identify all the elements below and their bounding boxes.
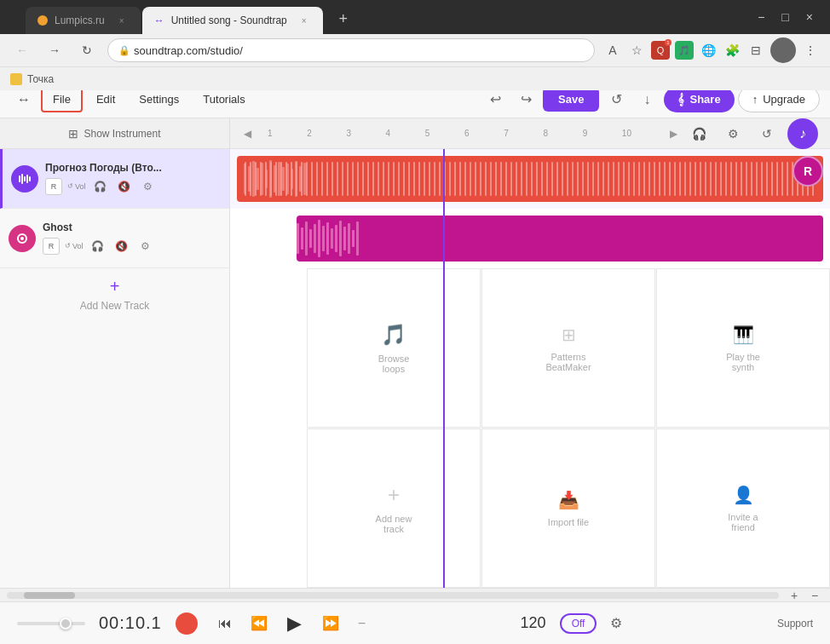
scroll-right-arrow[interactable]: ▶ [665,125,682,142]
svg-rect-36 [348,223,350,254]
track-mute-1[interactable]: 🔇 [115,177,134,196]
play-synth-button[interactable]: 🎹 Play thesynth [656,268,830,428]
track-r-btn-1[interactable]: R [45,178,62,195]
import-file-button[interactable]: 📥 Import file [481,428,655,588]
svg-rect-20 [291,169,293,189]
loop-timeline-button[interactable]: ↺ [753,120,781,147]
menu-edit[interactable]: Edit [86,88,125,111]
refresh-button[interactable]: ↻ [75,38,99,62]
track-headphones-2[interactable]: 🎧 [89,237,107,256]
bpm-value[interactable]: 120 [521,614,546,632]
svg-rect-38 [356,221,359,256]
transport-controls: ⏮ ⏪ ▶ ⏩ [211,608,344,639]
rewind-button[interactable]: ⏪ [245,610,273,637]
tab-close-lumpics[interactable]: × [115,14,129,27]
headphones-button[interactable]: 🎧 [685,120,712,147]
media-icon[interactable]: ⊟ [746,41,765,60]
scroll-left-arrow[interactable]: ◀ [239,125,256,142]
svg-rect-12 [256,168,259,190]
music-note-button[interactable]: ♪ [787,118,818,149]
svg-rect-25 [301,227,303,250]
playhead [443,149,445,588]
folder-icon [10,73,22,85]
support-link[interactable]: Support [777,618,813,630]
track-icon-2 [9,225,36,252]
svg-rect-33 [335,225,337,252]
volume-slider[interactable] [17,622,85,625]
import-file-icon: 📥 [558,490,579,510]
scrollbar-area: + − [0,588,830,601]
patterns-beatmaker-button[interactable]: ⊞ PatternsBeatMaker [481,268,655,428]
invite-friend-label: Invite afriend [728,512,758,532]
menu-tutorials[interactable]: Tutorials [193,88,255,111]
globe-icon[interactable]: 🌐 [699,41,718,60]
waveform-track-1[interactable]: R [230,149,830,209]
add-new-track-drop[interactable]: + Add newtrack [307,428,481,588]
share-button[interactable]: 𝄞 Share [664,87,734,112]
address-bar[interactable]: 🔒 soundtrap.com/studio/ [107,38,595,62]
volume-thumb[interactable] [60,618,72,630]
upgrade-label: Upgrade [763,93,805,106]
forward-button[interactable]: → [43,38,66,62]
svg-rect-16 [274,165,276,193]
tab-close-soundtrap[interactable]: × [297,14,311,27]
svg-rect-10 [248,166,251,192]
svg-rect-22 [299,166,302,192]
tab-label-soundtrap: Untitled song - Soundtrap [171,14,287,26]
extension-icon-green[interactable]: 🎵 [675,41,694,60]
transport-settings-icon[interactable]: ⚙ [610,615,622,631]
maximize-button[interactable]: □ [781,10,788,24]
svg-rect-2 [24,176,26,181]
tab-lumpics[interactable]: Lumpics.ru × [26,7,141,34]
browse-loops-button[interactable]: 🎵 Browseloops [307,268,481,428]
patterns-icon: ⊞ [562,325,576,345]
add-new-track-button[interactable]: + Add New Track [0,268,229,319]
record-button[interactable] [176,612,198,635]
track-icon-1 [11,165,38,193]
track-headphones-1[interactable]: 🎧 [91,177,110,196]
save-button[interactable]: Save [543,87,599,112]
invite-friend-button[interactable]: 👤 Invite afriend [656,428,830,588]
new-tab-button[interactable]: + [331,7,355,31]
tab-favicon-soundtrap: ↔ [154,14,164,26]
url-text: soundtrap.com/studio/ [134,44,243,57]
minimize-button[interactable]: − [758,10,764,24]
profile-avatar[interactable] [770,37,796,63]
svg-rect-32 [331,228,333,249]
svg-rect-21 [295,161,297,197]
svg-rect-30 [322,226,325,251]
svg-rect-0 [19,175,20,182]
show-instrument-label[interactable]: Show Instrument [84,128,160,140]
track-mute-2[interactable]: 🔇 [112,237,131,256]
extension-icon-red[interactable]: Q1 [651,41,670,60]
tab-soundtrap[interactable]: ↔ Untitled song - Soundtrap × [142,7,323,34]
horizontal-scrollbar[interactable] [7,592,779,599]
play-button[interactable]: ▶ [280,608,310,639]
track-r-btn-2[interactable]: R [43,238,60,255]
svg-rect-8 [244,159,816,198]
svg-rect-35 [343,227,346,250]
off-toggle[interactable]: Off [560,613,597,634]
bookmark-icon[interactable]: ☆ [627,41,646,60]
close-button[interactable]: × [806,10,813,24]
gear-button[interactable]: ⚙ [719,120,746,147]
skip-back-button[interactable]: ⏮ [211,610,239,637]
track-info-1: Прогноз Погоды (Вто... R ↺ Vol 🎧 🔇 ⚙ [45,162,221,196]
back-button[interactable]: ← [10,38,34,62]
extensions-icon[interactable]: 🧩 [723,41,741,60]
fast-forward-button[interactable]: ⏩ [317,610,344,637]
track-settings-2[interactable]: ⚙ [136,237,155,256]
scrollbar-thumb[interactable] [24,592,75,599]
browse-loops-icon: 🎵 [381,323,406,347]
menu-icon[interactable]: ⋮ [801,41,820,60]
transport-bar: 00:10.1 ⏮ ⏪ ▶ ⏩ − 120 Off ⚙ [0,601,830,644]
menu-settings[interactable]: Settings [129,88,189,111]
upgrade-icon: ↑ [752,93,758,106]
svg-rect-1 [21,174,23,184]
track-name-2: Ghost [43,221,221,233]
add-track-drop-icon: + [388,483,400,507]
translate-icon[interactable]: A [603,41,622,60]
track-settings-1[interactable]: ⚙ [139,177,158,196]
svg-rect-37 [352,230,354,247]
waveform-track-2[interactable] [230,209,830,268]
